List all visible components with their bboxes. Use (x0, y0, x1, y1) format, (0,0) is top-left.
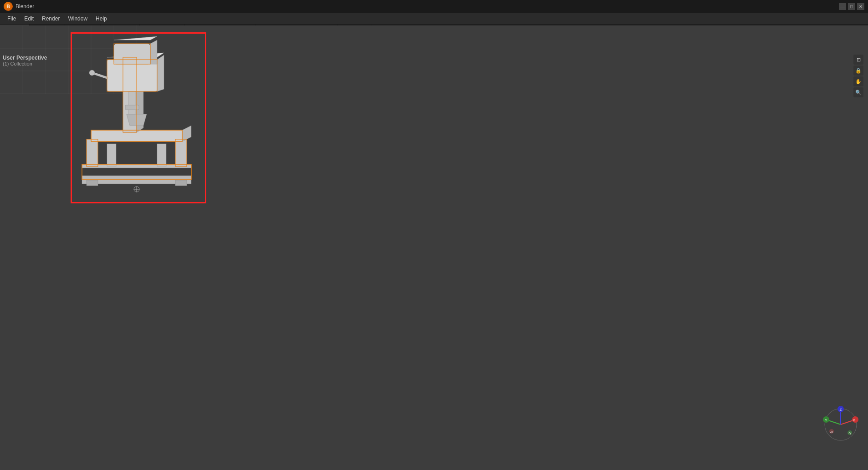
svg-rect-37 (87, 139, 98, 167)
perspective-label: User Perspective (14, 55, 47, 61)
minimize-button[interactable]: — (839, 3, 846, 10)
menubar: File Edit Render Window Help (0, 13, 868, 25)
svg-rect-35 (82, 176, 191, 184)
window-controls[interactable]: — □ ✕ (839, 3, 864, 10)
drill-press-svg (73, 37, 200, 198)
svg-marker-52 (114, 37, 157, 40)
svg-rect-38 (175, 139, 187, 167)
logo-area: B Blender (4, 2, 34, 11)
svg-rect-42 (175, 180, 187, 186)
content-area: ⊕ ✥ ↺ ⤢ ⊞ ✏ 📏 New Add Subtract Differenc… (0, 37, 868, 457)
menu-render[interactable]: Render (38, 15, 63, 23)
collection-label: (1) Collection (14, 61, 47, 66)
svg-rect-41 (87, 180, 98, 186)
maximize-button[interactable]: □ (848, 3, 855, 10)
svg-rect-50 (114, 44, 150, 64)
svg-marker-51 (150, 40, 157, 64)
menu-window[interactable]: Window (64, 15, 91, 23)
svg-rect-39 (107, 144, 116, 167)
svg-marker-48 (157, 55, 164, 91)
app-title: Blender (15, 3, 34, 10)
svg-rect-53 (128, 91, 136, 114)
svg-rect-36 (82, 164, 191, 168)
svg-point-56 (89, 70, 95, 76)
viewport-canvas[interactable]: User Perspective (1) Collection (14, 37, 754, 457)
drill-press-model (73, 37, 200, 198)
titlebar: B Blender — □ ✕ (0, 0, 868, 13)
menu-help[interactable]: Help (92, 15, 111, 23)
svg-line-55 (93, 73, 107, 78)
viewport-info: User Perspective (1) Collection (14, 55, 47, 66)
svg-rect-40 (157, 144, 166, 167)
viewport-area: New Add Subtract Difference Intersect ◼ … (14, 37, 754, 457)
blender-logo: B (4, 2, 13, 11)
menu-edit[interactable]: Edit (20, 15, 37, 23)
menu-file[interactable]: File (4, 15, 20, 23)
close-button[interactable]: ✕ (857, 3, 864, 10)
